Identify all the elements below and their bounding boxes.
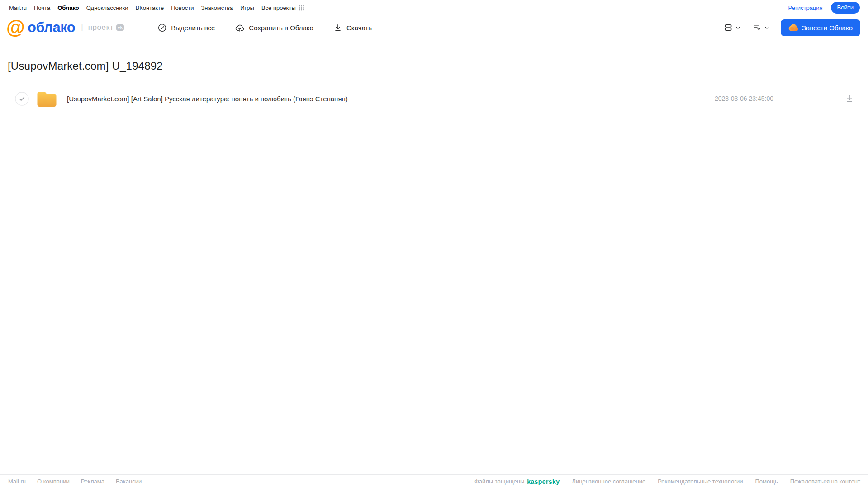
file-date: 2023-03-06 23:45:00 — [715, 95, 773, 102]
file-name[interactable]: [UsupovMarket.com] [Art Salon] Русская л… — [67, 95, 348, 103]
footer-link-license[interactable]: Лицензионное соглашение — [572, 478, 645, 485]
nav-link-oblako[interactable]: Облако — [57, 5, 79, 11]
chevron-down-icon — [764, 25, 770, 31]
row-download-icon[interactable] — [844, 94, 854, 104]
nav-link-mailru[interactable]: Mail.ru — [9, 5, 27, 11]
orange-cloud-icon — [788, 24, 798, 31]
kaspersky-protection: Файлы защищены kaspersky — [474, 478, 560, 485]
footer: Mail.ru О компании Реклама Вакансии Файл… — [0, 474, 868, 488]
kaspersky-logo[interactable]: kaspersky — [527, 478, 560, 485]
vk-badge-icon: vk — [116, 24, 124, 31]
footer-left-links: Mail.ru О компании Реклама Вакансии — [8, 478, 142, 485]
portal-nav: Mail.ru Почта Облако Одноклассники ВКонт… — [0, 0, 868, 14]
nav-link-pochta[interactable]: Почта — [34, 5, 50, 11]
logo-divider: | — [81, 23, 83, 32]
all-projects-label: Все проекты — [261, 5, 296, 11]
folder-icon — [37, 90, 57, 107]
mailru-at-icon: @ — [6, 18, 24, 37]
cloud-logo[interactable]: @ облако | проект vk — [6, 18, 124, 37]
nav-link-odnoklassniki[interactable]: Одноклассники — [86, 5, 128, 11]
download-button[interactable]: Скачать — [333, 23, 372, 33]
download-label: Скачать — [346, 24, 372, 32]
cloud-upload-icon — [235, 23, 245, 33]
header-right-controls: Завести Облако — [724, 19, 860, 36]
nav-link-all-projects[interactable]: Все проекты — [261, 5, 306, 11]
save-to-cloud-button[interactable]: Сохранить в Облако — [235, 23, 313, 33]
sort-icon — [753, 23, 762, 32]
page-title: [UsupovMarket.com] U_194892 — [8, 60, 868, 72]
row-checkbox[interactable] — [15, 92, 29, 106]
nav-link-znakomstva[interactable]: Знакомства — [201, 5, 233, 11]
view-mode-dropdown[interactable] — [724, 23, 741, 32]
file-toolbar: Выделить все Сохранить в Облако Скачат — [157, 23, 372, 33]
footer-link-vacancies[interactable]: Вакансии — [116, 478, 142, 485]
download-icon — [333, 23, 342, 33]
footer-link-ads[interactable]: Реклама — [81, 478, 104, 485]
login-button[interactable]: Войти — [831, 2, 860, 14]
file-row[interactable]: [UsupovMarket.com] [Art Salon] Русская л… — [8, 90, 868, 108]
save-to-cloud-label: Сохранить в Облако — [249, 24, 313, 32]
files-protected-label: Файлы защищены — [474, 478, 524, 485]
nav-link-igry[interactable]: Игры — [240, 5, 254, 11]
footer-link-help[interactable]: Помощь — [755, 478, 778, 485]
shared-folder-view: [UsupovMarket.com] U_194892 [UsupovMarke… — [0, 40, 868, 108]
portal-nav-links: Mail.ru Почта Облако Одноклассники ВКонт… — [9, 5, 306, 11]
footer-link-company[interactable]: О компании — [37, 478, 70, 485]
logo-title: облако — [28, 19, 75, 36]
footer-link-recommendations[interactable]: Рекомендательные технологии — [658, 478, 743, 485]
footer-link-report[interactable]: Пожаловаться на контент — [790, 478, 860, 485]
app-header: @ облако | проект vk Выделить все — [0, 15, 868, 40]
nav-link-novosti[interactable]: Новости — [171, 5, 194, 11]
chevron-down-icon — [735, 25, 741, 31]
create-cloud-button[interactable]: Завести Облако — [781, 19, 860, 36]
logo-project-label: проект — [88, 23, 114, 32]
footer-link-mailru[interactable]: Mail.ru — [8, 478, 26, 485]
auth-area: Регистрация Войти — [788, 2, 860, 14]
nav-link-vkontakte[interactable]: ВКонтакте — [136, 5, 164, 11]
footer-right-links: Файлы защищены kaspersky Лицензионное со… — [474, 478, 860, 485]
list-view-icon — [724, 23, 733, 32]
select-all-button[interactable]: Выделить все — [157, 23, 215, 33]
select-all-label: Выделить все — [171, 24, 215, 32]
sort-dropdown[interactable] — [753, 23, 770, 32]
check-circle-icon — [157, 23, 167, 33]
create-cloud-label: Завести Облако — [802, 24, 853, 32]
register-link[interactable]: Регистрация — [788, 5, 823, 11]
apps-grid-icon — [299, 5, 306, 11]
